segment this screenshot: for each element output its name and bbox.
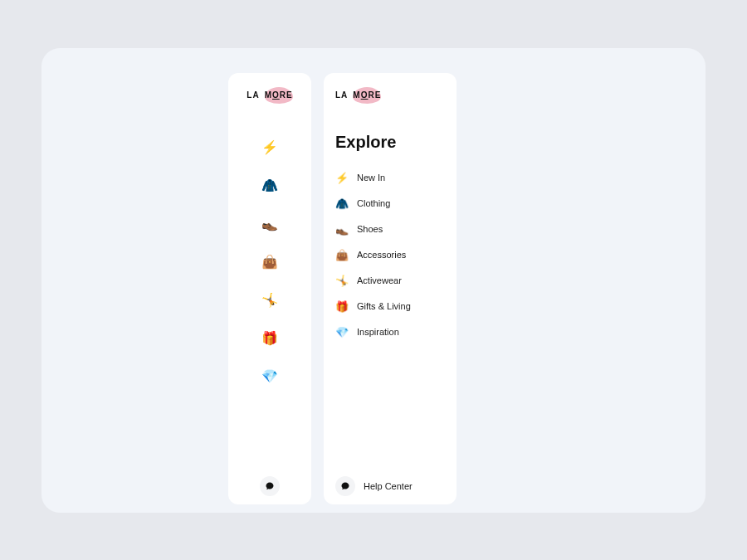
section-heading: Explore: [335, 133, 445, 152]
inspiration-icon: 💎: [335, 326, 349, 338]
brand-logo: LA MORE: [247, 85, 292, 106]
nav-item-gifts-living[interactable]: 🎁Gifts & Living: [335, 299, 445, 314]
chat-icon: [335, 476, 355, 496]
nav-item-accessories[interactable]: 👜: [258, 251, 281, 274]
gifts-living-icon: 🎁: [335, 300, 349, 313]
nav-item-shoes[interactable]: 👞Shoes: [335, 222, 445, 237]
new-in-icon: ⚡: [335, 172, 349, 184]
nav-item-inspiration[interactable]: 💎Inspiration: [335, 324, 445, 340]
sidebar-collapsed: LA MORE ⚡🧥👞👜🤸🎁💎: [228, 73, 311, 504]
expanded-nav-list: ⚡New In🧥Clothing👞Shoes👜Accessories🤸Activ…: [335, 170, 445, 340]
clothing-icon: 🧥: [335, 197, 349, 210]
logo-la-text: LA: [247, 90, 259, 100]
accessories-icon: 👜: [335, 249, 349, 261]
nav-item-activewear[interactable]: 🤸: [258, 289, 281, 312]
nav-item-label: Activewear: [357, 275, 402, 285]
nav-item-gifts-living[interactable]: 🎁: [258, 327, 281, 350]
nav-item-new-in[interactable]: ⚡: [258, 136, 281, 159]
help-center-link[interactable]: Help Center: [335, 476, 445, 496]
logo-more-text: MORE: [353, 90, 381, 100]
logo-more-text: MORE: [265, 90, 293, 100]
nav-item-clothing[interactable]: 🧥: [258, 174, 281, 197]
nav-item-label: Inspiration: [357, 327, 399, 337]
sidebar-expanded: LA MORE Explore ⚡New In🧥Clothing👞Shoes👜A…: [324, 73, 456, 504]
nav-item-label: Gifts & Living: [357, 301, 411, 311]
nav-item-inspiration[interactable]: 💎: [258, 365, 281, 388]
nav-item-label: Shoes: [357, 224, 383, 234]
chat-icon: [260, 476, 280, 496]
nav-item-label: Clothing: [357, 198, 390, 208]
nav-item-new-in[interactable]: ⚡New In: [335, 170, 445, 186]
nav-item-shoes[interactable]: 👞: [258, 212, 281, 236]
activewear-icon: 🤸: [335, 275, 349, 287]
nav-item-clothing[interactable]: 🧥Clothing: [335, 196, 445, 212]
logo-more: MORE: [353, 90, 381, 100]
logo-more: MORE: [265, 90, 293, 100]
help-center-button[interactable]: [260, 476, 280, 496]
nav-item-label: Accessories: [357, 250, 406, 260]
help-center-label: Help Center: [364, 481, 413, 491]
shoes-icon: 👞: [335, 223, 349, 236]
logo-la-text: LA: [335, 90, 348, 100]
collapsed-nav-list: ⚡🧥👞👜🤸🎁💎: [258, 136, 281, 388]
artboard: LA MORE ⚡🧥👞👜🤸🎁💎 LA MORE Explore ⚡New In🧥…: [42, 48, 706, 513]
brand-logo: LA MORE: [335, 85, 445, 106]
nav-item-accessories[interactable]: 👜Accessories: [335, 247, 445, 263]
nav-item-activewear[interactable]: 🤸Activewear: [335, 273, 445, 289]
nav-item-label: New In: [357, 173, 385, 183]
